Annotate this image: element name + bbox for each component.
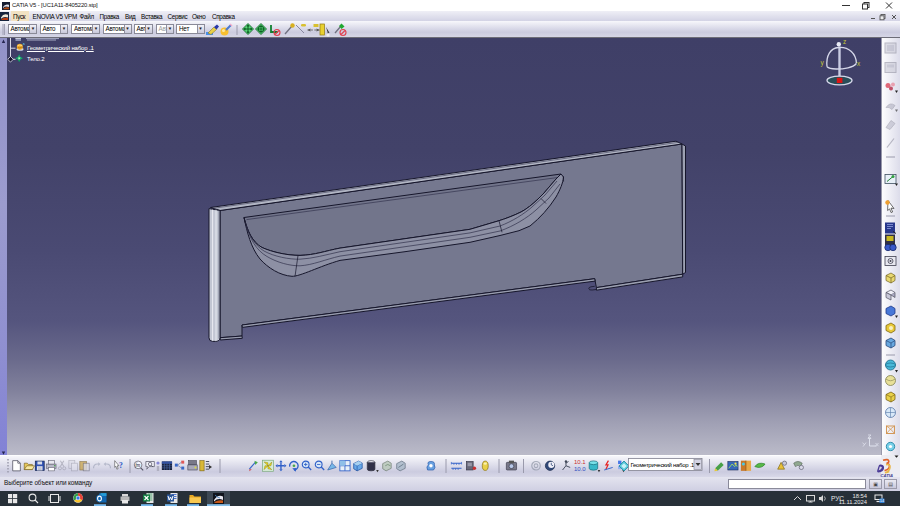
- svg-text:10.0: 10.0: [574, 466, 586, 472]
- svg-text:11.11.2024: 11.11.2024: [839, 499, 868, 505]
- svg-text:fm: fm: [135, 462, 140, 468]
- svg-text:Геометрический набор .1: Геометрический набор .1: [631, 462, 696, 468]
- svg-text:?: ?: [119, 461, 123, 470]
- svg-text:18:54: 18:54: [852, 493, 867, 499]
- svg-text:10.1: 10.1: [574, 459, 586, 465]
- svg-text:x: x: [857, 60, 861, 67]
- svg-text:z: z: [843, 38, 846, 45]
- svg-text:14: 14: [880, 498, 885, 503]
- svg-text:y: y: [821, 59, 825, 67]
